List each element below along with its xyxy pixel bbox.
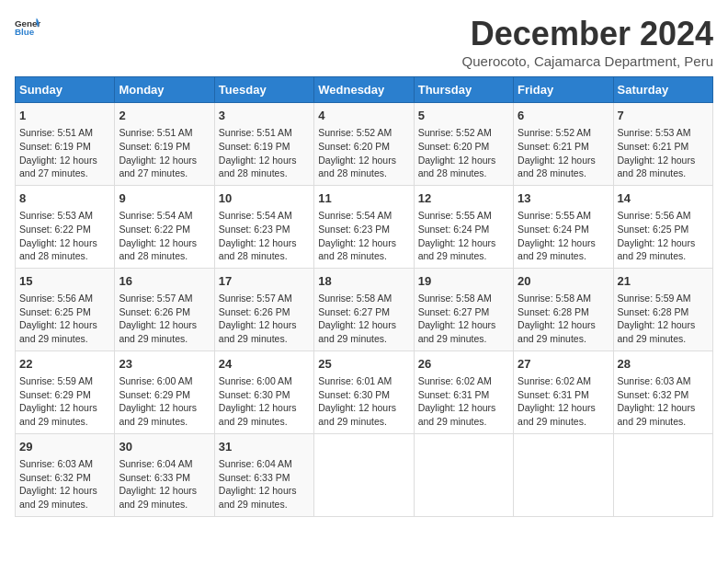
day-info-line: Daylight: 12 hours — [418, 402, 496, 413]
day-number: 10 — [219, 190, 310, 207]
calendar-day-cell: 26Sunrise: 6:02 AMSunset: 6:31 PMDayligh… — [414, 350, 513, 433]
day-info-line: Daylight: 12 hours — [219, 237, 297, 248]
day-number: 4 — [318, 108, 409, 124]
calendar-week-row: 22Sunrise: 5:59 AMSunset: 6:29 PMDayligh… — [16, 350, 713, 433]
day-info-line: Sunset: 6:28 PM — [518, 306, 589, 317]
day-info-line: and 29 minutes. — [119, 333, 188, 344]
day-info-line: and 28 minutes. — [518, 167, 586, 178]
day-info-line: Sunset: 6:19 PM — [219, 141, 290, 152]
day-info-line: Sunset: 6:32 PM — [618, 389, 689, 400]
day-info-line: and 27 minutes. — [119, 167, 188, 178]
day-info-line: Sunset: 6:24 PM — [518, 224, 589, 235]
day-info-line: Sunrise: 5:54 AM — [119, 210, 192, 221]
day-info-line: and 29 minutes. — [119, 416, 188, 427]
day-info-line: Daylight: 12 hours — [518, 237, 596, 248]
day-info-line: Daylight: 12 hours — [119, 319, 197, 330]
day-info-line: Sunset: 6:27 PM — [418, 306, 490, 317]
day-info-line: Sunset: 6:19 PM — [119, 141, 190, 152]
day-info-line: Sunrise: 5:53 AM — [618, 127, 691, 138]
day-info-line: and 29 minutes. — [618, 416, 687, 427]
day-info-line: Daylight: 12 hours — [318, 155, 396, 166]
day-info-line: Sunrise: 5:57 AM — [219, 293, 292, 304]
day-info-line: Daylight: 12 hours — [119, 485, 197, 496]
day-info-line: and 28 minutes. — [19, 250, 88, 261]
day-number: 27 — [518, 356, 609, 373]
day-info-line: Sunset: 6:19 PM — [19, 141, 91, 152]
calendar-day-cell: 7Sunrise: 5:53 AMSunset: 6:21 PMDaylight… — [613, 103, 712, 186]
day-info-line: Sunset: 6:23 PM — [318, 224, 390, 235]
day-info-line: and 29 minutes. — [19, 499, 88, 510]
day-info-line: Daylight: 12 hours — [119, 237, 197, 248]
day-info-line: and 28 minutes. — [318, 250, 387, 261]
day-info-line: Sunrise: 5:54 AM — [318, 210, 392, 221]
day-info-line: and 29 minutes. — [418, 333, 487, 344]
day-number: 24 — [219, 356, 310, 373]
day-number: 13 — [518, 190, 609, 207]
day-info-line: and 28 minutes. — [418, 167, 487, 178]
day-number: 22 — [19, 356, 110, 373]
day-number: 9 — [119, 190, 210, 207]
calendar-day-cell — [613, 433, 712, 516]
day-info-line: Sunset: 6:22 PM — [19, 224, 91, 235]
day-info-line: and 29 minutes. — [219, 499, 288, 510]
day-info-line: Daylight: 12 hours — [518, 319, 596, 330]
day-info-line: Sunset: 6:32 PM — [19, 472, 91, 483]
calendar-day-cell — [414, 433, 513, 516]
calendar-day-cell: 11Sunrise: 5:54 AMSunset: 6:23 PMDayligh… — [314, 185, 414, 268]
day-number: 28 — [618, 356, 709, 373]
day-info-line: Sunset: 6:24 PM — [418, 224, 490, 235]
day-info-line: Daylight: 12 hours — [19, 319, 97, 330]
day-number: 29 — [19, 439, 110, 455]
day-info-line: and 29 minutes. — [518, 416, 586, 427]
day-number: 16 — [119, 273, 210, 290]
day-info-line: Sunrise: 5:56 AM — [618, 210, 691, 221]
day-info-line: Sunset: 6:27 PM — [318, 306, 390, 317]
day-info-line: Sunrise: 5:55 AM — [418, 210, 492, 221]
calendar-day-cell: 12Sunrise: 5:55 AMSunset: 6:24 PMDayligh… — [414, 185, 513, 268]
day-of-week-header: Friday — [514, 77, 613, 103]
day-info-line: and 28 minutes. — [219, 167, 288, 178]
day-info-line: Daylight: 12 hours — [219, 155, 297, 166]
logo: General Blue — [15, 15, 40, 40]
day-info-line: and 29 minutes. — [518, 250, 586, 261]
day-number: 26 — [418, 356, 509, 373]
calendar-day-cell: 20Sunrise: 5:58 AMSunset: 6:28 PMDayligh… — [514, 268, 613, 350]
calendar-day-cell: 25Sunrise: 6:01 AMSunset: 6:30 PMDayligh… — [314, 350, 414, 433]
day-info-line: Sunset: 6:25 PM — [19, 306, 91, 317]
day-number: 18 — [318, 273, 409, 290]
day-info-line: Sunrise: 6:01 AM — [318, 375, 392, 386]
day-info-line: and 29 minutes. — [19, 416, 88, 427]
calendar-day-cell: 21Sunrise: 5:59 AMSunset: 6:28 PMDayligh… — [613, 268, 712, 350]
calendar-week-row: 8Sunrise: 5:53 AMSunset: 6:22 PMDaylight… — [16, 185, 713, 268]
day-info-line: Daylight: 12 hours — [219, 485, 297, 496]
day-number: 30 — [119, 439, 210, 455]
day-info-line: Daylight: 12 hours — [418, 237, 496, 248]
day-info-line: and 29 minutes. — [618, 333, 687, 344]
calendar-day-cell: 29Sunrise: 6:03 AMSunset: 6:32 PMDayligh… — [16, 433, 115, 516]
calendar-day-cell: 30Sunrise: 6:04 AMSunset: 6:33 PMDayligh… — [115, 433, 214, 516]
day-info-line: and 29 minutes. — [318, 333, 387, 344]
day-info-line: Sunset: 6:25 PM — [618, 224, 689, 235]
day-info-line: Sunrise: 5:52 AM — [518, 127, 591, 138]
day-info-line: and 29 minutes. — [618, 250, 687, 261]
calendar-day-cell: 4Sunrise: 5:52 AMSunset: 6:20 PMDaylight… — [314, 103, 414, 186]
calendar-day-cell: 2Sunrise: 5:51 AMSunset: 6:19 PMDaylight… — [115, 103, 214, 186]
month-title: December 2024 — [462, 15, 713, 53]
day-info-line: Sunrise: 6:00 AM — [219, 375, 292, 386]
day-info-line: Sunset: 6:30 PM — [318, 389, 390, 400]
day-number: 19 — [418, 273, 509, 290]
day-info-line: Sunset: 6:33 PM — [119, 472, 190, 483]
day-info-line: Daylight: 12 hours — [518, 402, 596, 413]
calendar-week-row: 15Sunrise: 5:56 AMSunset: 6:25 PMDayligh… — [16, 268, 713, 350]
calendar-day-cell: 13Sunrise: 5:55 AMSunset: 6:24 PMDayligh… — [514, 185, 613, 268]
logo-icon: General Blue — [15, 15, 40, 40]
day-info-line: Daylight: 12 hours — [19, 402, 97, 413]
day-info-line: Daylight: 12 hours — [518, 155, 596, 166]
day-info-line: Sunrise: 6:03 AM — [618, 375, 691, 386]
day-info-line: and 27 minutes. — [19, 167, 88, 178]
calendar-day-cell: 5Sunrise: 5:52 AMSunset: 6:20 PMDaylight… — [414, 103, 513, 186]
day-info-line: Sunrise: 6:02 AM — [518, 375, 591, 386]
day-number: 5 — [418, 108, 509, 124]
day-info-line: Daylight: 12 hours — [318, 402, 396, 413]
day-info-line: Daylight: 12 hours — [119, 155, 197, 166]
